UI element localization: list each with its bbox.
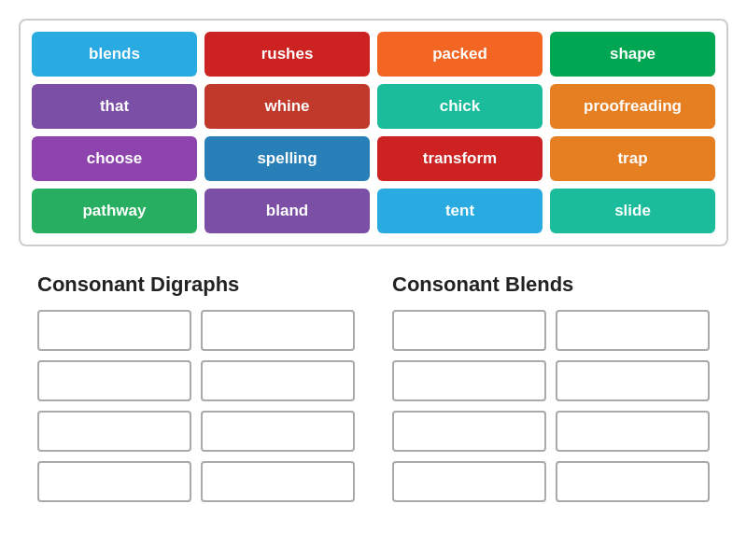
section-title-consonant-blends: Consonant Blends	[392, 273, 710, 297]
word-tile-bland[interactable]: bland	[204, 189, 370, 233]
section-title-consonant-digraphs: Consonant Digraphs	[37, 273, 355, 297]
drop-cell[interactable]	[556, 411, 710, 452]
drop-cell[interactable]	[556, 310, 710, 351]
word-tile-proofreading[interactable]: proofreading	[550, 84, 715, 129]
section-consonant-blends: Consonant Blends	[392, 273, 710, 502]
word-tile-tent[interactable]: tent	[377, 189, 543, 233]
drop-grid-consonant-blends	[392, 310, 710, 502]
drop-cell[interactable]	[201, 411, 355, 452]
drop-cell[interactable]	[392, 310, 546, 351]
drop-cell[interactable]	[392, 411, 546, 452]
drop-grid-consonant-digraphs	[37, 310, 355, 502]
word-tile-packed[interactable]: packed	[377, 32, 543, 77]
drop-cell[interactable]	[201, 360, 355, 401]
word-tile-trap[interactable]: trap	[550, 136, 715, 181]
word-tile-slide[interactable]: slide	[550, 189, 715, 233]
drop-cell[interactable]	[201, 310, 355, 351]
word-tile-shape[interactable]: shape	[550, 32, 715, 77]
drop-cell[interactable]	[37, 310, 191, 351]
word-tile-transform[interactable]: transform	[377, 136, 543, 181]
drop-cell[interactable]	[37, 461, 191, 502]
drop-cell[interactable]	[392, 360, 546, 401]
word-tile-chick[interactable]: chick	[377, 84, 543, 129]
word-tile-whine[interactable]: whine	[204, 84, 370, 129]
drop-cell[interactable]	[556, 461, 710, 502]
drop-cell[interactable]	[392, 461, 546, 502]
drop-cell[interactable]	[556, 360, 710, 401]
word-bank: blendsrushespackedshapethatwhinechickpro…	[19, 19, 728, 246]
drop-cell[interactable]	[37, 360, 191, 401]
word-tile-pathway[interactable]: pathway	[32, 189, 197, 233]
word-tile-rushes[interactable]: rushes	[204, 32, 370, 77]
sections-wrapper: Consonant DigraphsConsonant Blends	[19, 273, 728, 502]
word-tile-blends[interactable]: blends	[32, 32, 197, 77]
drop-cell[interactable]	[37, 411, 191, 452]
drop-cell[interactable]	[201, 461, 355, 502]
word-tile-that[interactable]: that	[32, 84, 197, 129]
word-tile-spelling[interactable]: spelling	[204, 136, 370, 181]
word-tile-choose[interactable]: choose	[32, 136, 197, 181]
section-consonant-digraphs: Consonant Digraphs	[37, 273, 355, 502]
